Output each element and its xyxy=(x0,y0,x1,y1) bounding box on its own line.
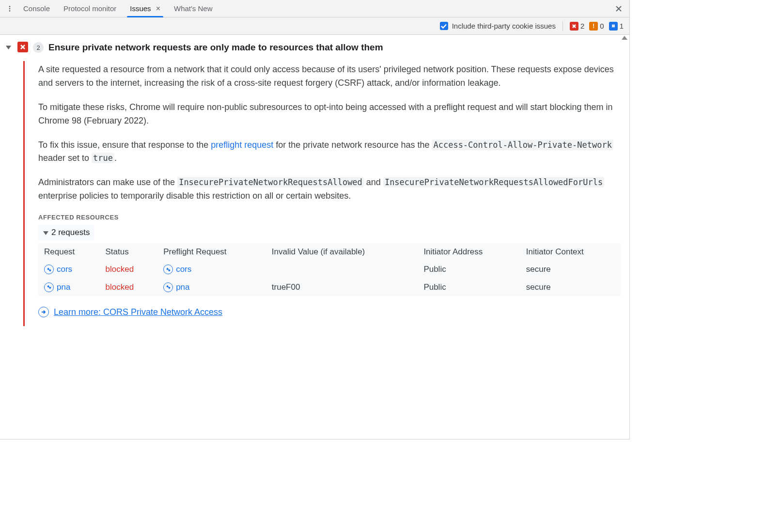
code-policy: InsecurePrivateNetworkRequestsAllowedFor… xyxy=(383,177,604,188)
cell-invalid: trueF00 xyxy=(266,279,418,297)
issue-severity-error-icon xyxy=(17,42,28,52)
tab-label: Console xyxy=(23,4,50,13)
warning-icon: ! xyxy=(589,22,598,31)
request-link[interactable]: cors xyxy=(44,265,72,274)
tab-protocol-monitor[interactable]: Protocol monitor xyxy=(57,0,123,17)
error-icon xyxy=(570,22,578,31)
preflight-link[interactable]: pna xyxy=(163,282,189,292)
tab-console[interactable]: Console xyxy=(16,0,57,17)
learn-more-row: Learn more: CORS Private Network Access xyxy=(38,307,621,317)
arrow-right-circle-icon xyxy=(38,307,49,317)
chevron-down-icon[interactable] xyxy=(6,42,13,53)
issue-paragraph: To mitigate these risks, Chrome will req… xyxy=(38,101,621,128)
affected-resources-heading: AFFECTED RESOURCES xyxy=(38,214,621,221)
svg-point-1 xyxy=(9,8,11,9)
issues-content: 2 Ensure private network requests are on… xyxy=(0,35,629,439)
cell-initiator-addr: Public xyxy=(418,279,520,297)
cell-initiator-addr: Public xyxy=(418,261,520,279)
more-menu-icon[interactable] xyxy=(3,0,16,17)
preflight-request-link[interactable]: preflight request xyxy=(211,140,273,150)
request-link[interactable]: pna xyxy=(44,282,70,292)
issue-body: A site requested a resource from a netwo… xyxy=(23,61,621,326)
request-icon xyxy=(163,282,173,292)
issue-title: Ensure private network requests are only… xyxy=(48,42,383,53)
cell-status: blocked xyxy=(100,279,158,297)
warning-count: 0 xyxy=(600,22,604,30)
tab-label: What's New xyxy=(174,4,213,13)
info-count: 1 xyxy=(620,22,624,30)
code-policy: InsecurePrivateNetworkRequestsAllowed xyxy=(177,177,364,188)
requests-disclosure[interactable]: 2 requests xyxy=(38,225,94,240)
col-status: Status xyxy=(100,243,158,261)
svg-point-2 xyxy=(9,10,11,12)
issue-severity-badges: 2 ! 0 1 xyxy=(570,22,624,31)
col-init-addr: Initiator Address xyxy=(418,243,520,261)
requests-summary: 2 requests xyxy=(51,228,90,237)
chevron-down-icon xyxy=(43,230,48,235)
error-badge[interactable]: 2 xyxy=(570,22,584,31)
checkbox-label: Include third-party cookie issues xyxy=(452,22,556,30)
preflight-link[interactable]: cors xyxy=(163,265,191,274)
issues-toolbar: Include third-party cookie issues 2 ! 0 … xyxy=(0,17,629,35)
tabbar: Console Protocol monitor Issues × What's… xyxy=(0,0,629,17)
svg-point-0 xyxy=(9,6,11,7)
request-icon xyxy=(163,265,173,274)
toolbar-separator xyxy=(562,21,563,31)
code-header-value: true xyxy=(92,153,114,163)
tab-whats-new[interactable]: What's New xyxy=(167,0,219,17)
affected-requests-table: Request Status Preflight Request Invalid… xyxy=(38,243,621,296)
tab-label: Issues xyxy=(130,4,151,13)
cell-invalid xyxy=(266,261,418,279)
request-icon xyxy=(44,265,54,274)
cell-initiator-ctx: secure xyxy=(520,279,621,297)
code-header-name: Access-Control-Allow-Private-Network xyxy=(432,140,613,150)
include-third-party-checkbox[interactable]: Include third-party cookie issues xyxy=(440,22,556,30)
svg-marker-12 xyxy=(43,231,48,235)
issue-count-badge: 2 xyxy=(33,42,44,53)
warning-badge[interactable]: ! 0 xyxy=(589,22,604,31)
col-request: Request xyxy=(38,243,100,261)
issue-paragraph: To fix this issue, ensure that response … xyxy=(38,139,621,166)
issue-header-row[interactable]: 2 Ensure private network requests are on… xyxy=(6,42,621,53)
table-row: pna blocked pna trueF00 Public secu xyxy=(38,279,621,297)
tab-label: Protocol monitor xyxy=(63,4,116,13)
col-invalid: Invalid Value (if available) xyxy=(266,243,418,261)
svg-marker-9 xyxy=(6,46,11,49)
issue-paragraph: A site requested a resource from a netwo… xyxy=(38,63,621,90)
tabs: Console Protocol monitor Issues × What's… xyxy=(16,0,219,17)
info-icon xyxy=(609,22,618,31)
col-init-ctx: Initiator Context xyxy=(520,243,621,261)
tab-issues[interactable]: Issues × xyxy=(123,0,167,17)
table-header-row: Request Status Preflight Request Invalid… xyxy=(38,243,621,261)
devtools-issues-panel: Console Protocol monitor Issues × What's… xyxy=(0,0,630,439)
request-icon xyxy=(44,282,54,292)
table-row: cors blocked cors Public secure xyxy=(38,261,621,279)
close-icon[interactable]: × xyxy=(156,4,160,13)
learn-more-link[interactable]: Learn more: CORS Private Network Access xyxy=(54,307,222,317)
issue-paragraph: Administrators can make use of the Insec… xyxy=(38,176,621,203)
info-badge[interactable]: 1 xyxy=(609,22,624,31)
cell-initiator-ctx: secure xyxy=(520,261,621,279)
checkbox-checked-icon xyxy=(440,22,448,30)
close-panel-icon[interactable] xyxy=(613,3,624,15)
scroll-up-icon[interactable] xyxy=(622,36,627,40)
col-preflight: Preflight Request xyxy=(157,243,266,261)
cell-status: blocked xyxy=(100,261,158,279)
error-count: 2 xyxy=(580,22,584,30)
